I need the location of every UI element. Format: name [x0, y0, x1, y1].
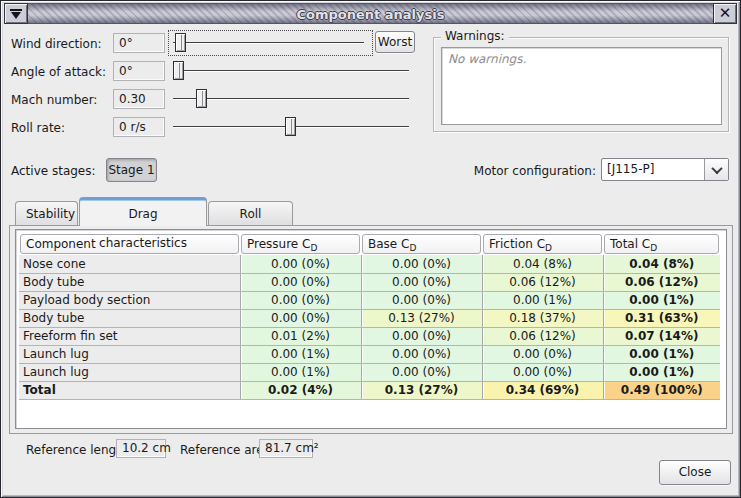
- component-cell: Body tube: [19, 309, 240, 327]
- table-row: Body tube0.00 (0%)0.00 (0%)0.06 (12%)0.0…: [19, 273, 720, 291]
- slider-thumb[interactable]: [196, 89, 207, 108]
- component-cell: Body tube: [19, 273, 240, 291]
- table-cell: 0.00 (0%): [240, 255, 361, 273]
- warnings-list[interactable]: No warnings.: [441, 47, 722, 125]
- table-cell: 0.00 (1%): [482, 291, 603, 309]
- table-cell: 0.00 (0%): [240, 273, 361, 291]
- wind-direction-label: Wind direction:: [11, 35, 102, 53]
- table-cell: 0.49 (100%): [603, 381, 720, 399]
- chevron-down-icon: [711, 162, 722, 173]
- table-header-cell[interactable]: Total CD: [603, 232, 720, 255]
- motor-config-select[interactable]: [J115-P]: [601, 158, 729, 181]
- table-cell: 0.00 (1%): [603, 291, 720, 309]
- wind-direction-field[interactable]: 0°: [113, 33, 165, 53]
- window-title: Component analysis: [28, 3, 713, 24]
- table-row: Body tube0.00 (0%)0.13 (27%)0.18 (37%)0.…: [19, 309, 720, 327]
- worst-button[interactable]: Worst: [375, 31, 415, 53]
- no-warnings-text: No warnings.: [448, 52, 526, 66]
- warnings-title: Warnings:: [441, 29, 509, 43]
- table-cell: 0.00 (0%): [482, 345, 603, 363]
- ref-area-value: 81.7 cm²: [259, 439, 313, 458]
- table-cell: 0.18 (37%): [482, 309, 603, 327]
- table-cell: 0.04 (8%): [482, 255, 603, 273]
- component-cell: Payload body section: [19, 291, 240, 309]
- mach-number-slider[interactable]: [173, 89, 409, 109]
- table-header-cell[interactable]: Friction CD: [482, 232, 603, 255]
- title-bar: Component analysis ✕: [4, 3, 737, 24]
- table-header-cell[interactable]: Base CD: [361, 232, 482, 255]
- table-cell: 0.00 (0%): [361, 327, 482, 345]
- table-row: Freeform fin set0.01 (2%)0.00 (0%)0.06 (…: [19, 327, 720, 345]
- table-header-cell[interactable]: Pressure CD: [240, 232, 361, 255]
- window-menu-button[interactable]: [4, 3, 28, 24]
- table-cell: 0.00 (1%): [603, 345, 720, 363]
- table-cell: 0.00 (0%): [240, 309, 361, 327]
- slider-thumb[interactable]: [285, 117, 296, 136]
- table-cell: 0.06 (12%): [603, 273, 720, 291]
- table-cell: 0.00 (1%): [240, 345, 361, 363]
- tab-drag-characteristics[interactable]: Drag characteristics: [79, 197, 207, 226]
- slider-track: [173, 70, 409, 72]
- tab-roll-dynamics[interactable]: Roll dynamics: [208, 201, 293, 226]
- component-analysis-dialog: Component analysis ✕ Wind direction: 0° …: [0, 0, 741, 498]
- mach-number-field[interactable]: 0.30: [113, 89, 165, 109]
- tab-stability[interactable]: Stability: [15, 201, 78, 226]
- component-cell: Launch lug: [19, 363, 240, 381]
- roll-rate-slider[interactable]: [173, 117, 409, 137]
- ref-length-value: 10.2 cm: [116, 439, 166, 458]
- table-cell: 0.06 (12%): [482, 327, 603, 345]
- combo-arrow-button[interactable]: [704, 159, 728, 180]
- slider-thumb[interactable]: [175, 33, 186, 52]
- roll-rate-field[interactable]: 0 r/s: [113, 117, 165, 137]
- component-cell: Total: [19, 381, 240, 399]
- motor-config-value: [J115-P]: [602, 159, 704, 180]
- table-cell: 0.01 (2%): [240, 327, 361, 345]
- table-cell: 0.00 (0%): [361, 345, 482, 363]
- slider-track: [173, 42, 364, 44]
- table-cell: 0.00 (0%): [240, 291, 361, 309]
- table-cell: 0.00 (0%): [361, 255, 482, 273]
- table-row: Launch lug0.00 (1%)0.00 (0%)0.00 (0%)0.0…: [19, 363, 720, 381]
- close-icon: ✕: [719, 6, 732, 21]
- table-cell: 0.00 (0%): [482, 363, 603, 381]
- window-menu-icon: [10, 9, 22, 19]
- angle-of-attack-slider[interactable]: [173, 61, 409, 81]
- roll-rate-label: Roll rate:: [11, 119, 65, 137]
- mach-number-label: Mach number:: [11, 91, 97, 109]
- warnings-group: Warnings: No warnings.: [433, 37, 729, 132]
- table-cell: 0.13 (27%): [361, 381, 482, 399]
- stage-1-toggle[interactable]: Stage 1: [106, 158, 157, 182]
- angle-of-attack-field[interactable]: 0°: [113, 61, 165, 81]
- table-cell: 0.04 (8%): [603, 255, 720, 273]
- table-cell: 0.34 (69%): [482, 381, 603, 399]
- window-close-button[interactable]: ✕: [713, 3, 737, 24]
- table-cell: 0.00 (1%): [240, 363, 361, 381]
- angle-of-attack-label: Angle of attack:: [11, 63, 106, 81]
- table-row: Payload body section0.00 (0%)0.00 (0%)0.…: [19, 291, 720, 309]
- active-stages-label: Active stages:: [11, 162, 96, 180]
- slider-track: [173, 98, 409, 100]
- table-cell: 0.00 (0%): [361, 363, 482, 381]
- table-row: Launch lug0.00 (1%)0.00 (0%)0.00 (0%)0.0…: [19, 345, 720, 363]
- table-cell: 0.00 (0%): [361, 291, 482, 309]
- component-cell: Freeform fin set: [19, 327, 240, 345]
- table-cell: 0.31 (63%): [603, 309, 720, 327]
- component-cell: Launch lug: [19, 345, 240, 363]
- table-cell: 0.06 (12%): [482, 273, 603, 291]
- table-scrollpane[interactable]: ComponentPressure CDBase CDFriction CDTo…: [15, 229, 727, 429]
- table-cell: 0.13 (27%): [361, 309, 482, 327]
- table-cell: 0.07 (14%): [603, 327, 720, 345]
- wind-direction-slider[interactable]: [173, 33, 364, 53]
- table-cell: 0.02 (4%): [240, 381, 361, 399]
- table-cell: 0.00 (1%): [603, 363, 720, 381]
- motor-config-label: Motor configuration:: [456, 162, 596, 180]
- table-row: Total0.02 (4%)0.13 (27%)0.34 (69%)0.49 (…: [19, 381, 720, 399]
- table-cell: 0.00 (0%): [361, 273, 482, 291]
- slider-thumb[interactable]: [173, 61, 184, 80]
- close-button[interactable]: Close: [659, 460, 731, 485]
